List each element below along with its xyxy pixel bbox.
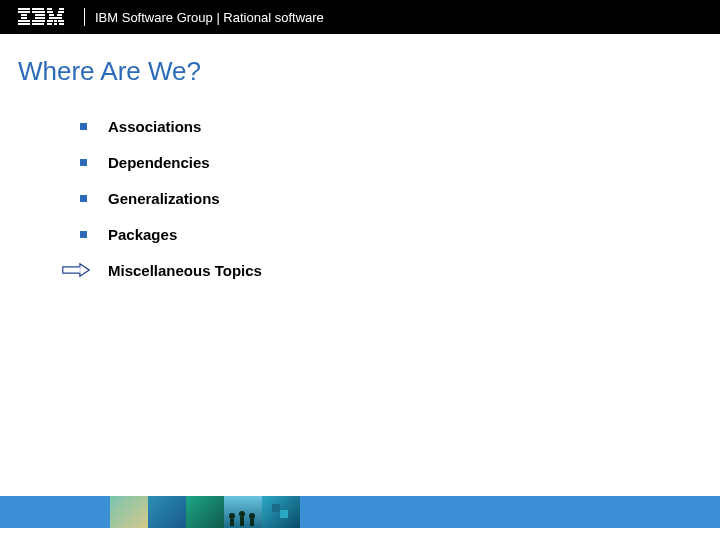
square-bullet-icon	[80, 195, 108, 202]
svg-rect-9	[35, 17, 45, 19]
svg-rect-10	[32, 20, 45, 22]
svg-rect-3	[21, 17, 27, 19]
svg-marker-26	[80, 264, 89, 276]
svg-rect-4	[18, 20, 30, 22]
list-item: Dependencies	[80, 151, 720, 173]
arrow-right-icon	[62, 262, 90, 278]
svg-rect-27	[79, 267, 81, 272]
square-bullet-icon	[80, 231, 108, 238]
svg-rect-20	[58, 20, 64, 22]
list-item: Packages	[80, 223, 720, 245]
footer-decorative-image	[224, 496, 262, 528]
list-item-label: Associations	[108, 118, 201, 135]
svg-rect-19	[47, 20, 53, 22]
title-area: Where Are We?	[0, 34, 720, 105]
svg-rect-14	[47, 11, 53, 13]
svg-rect-24	[54, 23, 57, 25]
svg-rect-16	[49, 14, 54, 16]
footer-left-band	[0, 496, 110, 528]
list-item: Associations	[80, 115, 720, 137]
square-bullet-icon	[80, 123, 108, 130]
footer-decorative-image	[110, 496, 148, 528]
list-item-label: Packages	[108, 226, 177, 243]
footer-decorative-image	[148, 496, 186, 528]
svg-rect-31	[230, 519, 234, 526]
svg-rect-2	[21, 14, 27, 16]
svg-rect-18	[49, 17, 62, 19]
list-item-label: Miscellaneous Topics	[108, 262, 262, 279]
svg-point-28	[229, 513, 235, 519]
footer-decorative-image	[186, 496, 224, 528]
svg-rect-23	[59, 23, 64, 25]
svg-rect-0	[18, 8, 30, 10]
svg-rect-15	[58, 11, 64, 13]
svg-rect-5	[18, 23, 30, 25]
square-bullet-icon	[80, 159, 108, 166]
svg-rect-12	[47, 8, 52, 10]
svg-rect-32	[240, 517, 244, 526]
svg-rect-1	[18, 11, 30, 13]
svg-rect-8	[35, 14, 45, 16]
footer-right-band	[300, 496, 720, 528]
footer-decorative-image	[262, 496, 300, 528]
list-item: Generalizations	[80, 187, 720, 209]
bullet-list: Associations Dependencies Generalization…	[0, 105, 720, 281]
svg-rect-6	[32, 8, 44, 10]
list-item-label: Generalizations	[108, 190, 220, 207]
header-text: IBM Software Group | Rational software	[95, 10, 324, 25]
svg-rect-13	[59, 8, 64, 10]
list-item-label: Dependencies	[108, 154, 210, 171]
header-bar: IBM Software Group | Rational software	[0, 0, 720, 34]
svg-point-29	[239, 511, 245, 517]
svg-rect-33	[250, 519, 254, 526]
svg-rect-34	[272, 504, 280, 512]
svg-rect-22	[47, 23, 52, 25]
list-item-current: Miscellaneous Topics	[80, 259, 720, 281]
ibm-logo	[18, 8, 64, 26]
header-divider	[84, 8, 85, 26]
svg-rect-11	[32, 23, 44, 25]
svg-point-30	[249, 513, 255, 519]
footer-band	[0, 496, 720, 528]
svg-rect-35	[280, 510, 288, 518]
svg-rect-21	[54, 20, 57, 22]
page-title: Where Are We?	[18, 56, 720, 87]
svg-rect-7	[32, 11, 45, 13]
svg-rect-25	[63, 267, 80, 273]
footer-image-strip	[110, 496, 300, 528]
svg-rect-17	[57, 14, 62, 16]
